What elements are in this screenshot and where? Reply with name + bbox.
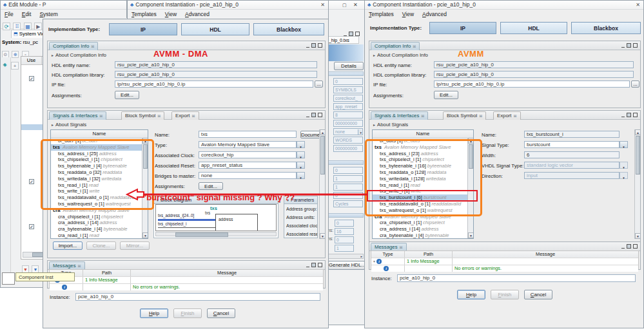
tab-close-icon[interactable]: ⊠ bbox=[514, 114, 517, 118]
parameter-field[interactable]: 16 bbox=[335, 228, 354, 235]
parameter-field[interactable]: 0 bbox=[333, 167, 363, 174]
parameter-field[interactable]: 8 bbox=[333, 111, 363, 118]
use-checkbox[interactable] bbox=[29, 224, 34, 229]
scroll-up-icon[interactable]: ▲ bbox=[635, 129, 641, 135]
signal-type-dropdown-icon[interactable] bbox=[620, 141, 628, 148]
scroll-down-icon[interactable]: ▼ bbox=[468, 232, 474, 238]
instance-field[interactable]: pcie_a10_hip_0 bbox=[75, 293, 320, 301]
export-tab[interactable]: Export⊠ bbox=[171, 111, 199, 120]
assignments-edit-button[interactable]: Edit... bbox=[115, 91, 139, 99]
generate-hdl-button[interactable]: Generate HDL... bbox=[328, 261, 365, 270]
help-button[interactable]: Help bbox=[140, 308, 168, 318]
parameter-field[interactable]: none bbox=[333, 128, 363, 135]
signal-row[interactable]: cra_byteenable_i [4]byteenable bbox=[373, 232, 467, 238]
parameter-field[interactable]: SYMBOLS bbox=[333, 86, 363, 93]
import-button[interactable]: Import... bbox=[53, 241, 83, 250]
tab-close-icon[interactable]: ⊠ bbox=[99, 114, 102, 118]
message-detail-row[interactable]: No errors or warnings. bbox=[50, 284, 323, 290]
diagram-hscrollbar[interactable] bbox=[155, 232, 277, 236]
tab-close-icon[interactable]: ⊠ bbox=[157, 114, 161, 118]
menu-advanced[interactable]: Advanced bbox=[422, 11, 447, 17]
details-button[interactable]: Details bbox=[334, 62, 364, 70]
impl-ip-button[interactable]: IP bbox=[109, 23, 177, 35]
ip-file-field[interactable]: ip/rsu_pcie_pcie_a10_hip_0.ip bbox=[115, 80, 313, 88]
tab-close-icon[interactable]: ⊠ bbox=[78, 264, 81, 268]
finish-button[interactable]: Finish bbox=[491, 290, 519, 299]
right-dialog-titlebar[interactable]: ♣Component Instantiation - pcie_a10_hip_… bbox=[365, 1, 643, 10]
name-field[interactable]: txs bbox=[199, 131, 297, 138]
panel-window-controls[interactable] bbox=[306, 113, 322, 117]
signal-row[interactable]: cra_read_i [1]read bbox=[51, 232, 142, 238]
assoc-reset-field[interactable]: app_nreset_status bbox=[199, 162, 297, 169]
name-field[interactable]: txs_burstcount_i bbox=[524, 131, 620, 138]
tab-close-icon[interactable]: ⊠ bbox=[421, 114, 424, 118]
type-field[interactable]: Avalon Memory Mapped Slave bbox=[199, 141, 297, 148]
signal-row[interactable]: cra_byteenable_i [4]byteenable bbox=[51, 226, 142, 232]
mirror-button[interactable]: Mirror... bbox=[120, 241, 150, 250]
impl-blackbox-button[interactable]: Blackbox bbox=[253, 23, 324, 35]
menu-file[interactable]: File bbox=[5, 11, 14, 17]
tab-close-icon[interactable]: ⊠ bbox=[192, 114, 195, 118]
menu-view[interactable]: View bbox=[165, 11, 177, 17]
finish-button[interactable]: Finish bbox=[173, 308, 202, 318]
parameter-field[interactable]: app_nreset bbox=[333, 103, 363, 110]
assignments-edit-button[interactable]: Edit... bbox=[434, 91, 458, 99]
signals-interfaces-tab[interactable]: Signals & Interfaces⊠ bbox=[371, 111, 428, 120]
refresh-icon[interactable]: ⟳ bbox=[3, 23, 10, 30]
signal-row[interactable]: cra_address_i [14]address bbox=[51, 220, 142, 226]
txs-tab[interactable]: 0_hip_0.txs bbox=[324, 36, 359, 44]
ip-file-browse-button[interactable]: ... bbox=[315, 80, 323, 88]
properties-scrollbar[interactable]: ▲ ▼ bbox=[634, 129, 640, 239]
message-summary-row[interactable]: ▾ 1 Info Message bbox=[371, 258, 638, 265]
close-icon[interactable]: ✕ bbox=[353, 1, 358, 9]
parameter-field[interactable]: 0 bbox=[335, 220, 354, 227]
left-dialog-titlebar[interactable]: ♣Component Instantiation - pcie_a10_hip_… bbox=[128, 1, 328, 10]
menu-templates[interactable]: Templates bbox=[132, 11, 157, 17]
tab-close-icon[interactable]: ⊠ bbox=[91, 44, 94, 48]
about-signals[interactable]: ▸About Signals bbox=[52, 122, 86, 128]
block-diagram-canvas[interactable]: txs txs address txs_address_i[24..0] txs… bbox=[155, 204, 277, 231]
impl-hdl-button[interactable]: HDL bbox=[500, 22, 567, 34]
compilation-info-tab[interactable]: Compilation Info⊠ bbox=[49, 42, 98, 50]
help-button[interactable]: Help bbox=[457, 290, 485, 299]
parameter-field[interactable]: 000000000 bbox=[333, 145, 363, 152]
zoom-in-icon[interactable]: ⊕ bbox=[12, 51, 19, 58]
clone-button[interactable]: Clone... bbox=[86, 241, 116, 250]
signals-interfaces-tab[interactable]: Signals & Interfaces⊠ bbox=[49, 111, 106, 120]
parameter-editor-titlebar[interactable]: ▢ ✕ bbox=[323, 1, 365, 10]
about-signals[interactable]: ▸About Signals bbox=[373, 122, 408, 128]
impl-blackbox-button[interactable]: Blackbox bbox=[571, 22, 641, 34]
add-icon[interactable]: + bbox=[11, 62, 19, 70]
panel-window-controls[interactable] bbox=[621, 113, 638, 117]
parameter-field[interactable]: 1 bbox=[335, 245, 354, 252]
signal-type-field[interactable]: burstcount bbox=[524, 141, 620, 148]
menu-edit[interactable]: Edit bbox=[22, 11, 32, 17]
assoc-clock-field[interactable]: coreclkout_hip bbox=[199, 151, 297, 158]
panel-window-controls[interactable] bbox=[344, 32, 360, 36]
menu-view[interactable]: View bbox=[402, 11, 414, 17]
panel-window-controls[interactable] bbox=[621, 244, 638, 249]
panel-window-controls[interactable] bbox=[306, 263, 322, 267]
signal-row[interactable]: cra_chipselect_i [1]chipselect bbox=[373, 220, 467, 226]
hierarchy-icon[interactable]: ◈ bbox=[1, 61, 9, 68]
scroll-down-icon[interactable]: ▼ bbox=[635, 233, 641, 239]
panel-window-controls[interactable] bbox=[621, 43, 638, 48]
menu-system[interactable]: System bbox=[39, 11, 57, 17]
scroll-down-icon[interactable]: ▼ bbox=[320, 233, 326, 239]
ip-file-browse-button[interactable]: ... bbox=[631, 80, 639, 88]
block-symbol-tab[interactable]: Block Symbol⊠ bbox=[121, 111, 164, 120]
ip-file-field[interactable]: ip/rsu_pcie_pcie_a10_hip_0.ip bbox=[434, 80, 630, 88]
scroll-down-icon[interactable]: ▼ bbox=[142, 232, 148, 238]
message-detail-row[interactable]: No errors or warnings. bbox=[371, 265, 638, 272]
panel-window-controls[interactable] bbox=[306, 43, 322, 48]
about-compilation-info[interactable]: ▸About Compilation Info bbox=[373, 52, 428, 58]
instance-field[interactable]: pcie_a10_hip_0 bbox=[397, 274, 636, 282]
cancel-button[interactable]: Cancel bbox=[524, 290, 552, 299]
bridges-field[interactable]: none bbox=[199, 172, 297, 179]
width-field[interactable]: 6 bbox=[524, 151, 620, 158]
parameter-field[interactable]: 0 bbox=[333, 78, 363, 85]
type-dropdown-icon[interactable] bbox=[297, 141, 305, 148]
tab-close-icon[interactable]: ⊠ bbox=[479, 114, 482, 118]
hscrollbar[interactable]: ▸ bbox=[325, 254, 364, 259]
compilation-info-tab[interactable]: Compilation Info⊠ bbox=[371, 42, 420, 50]
